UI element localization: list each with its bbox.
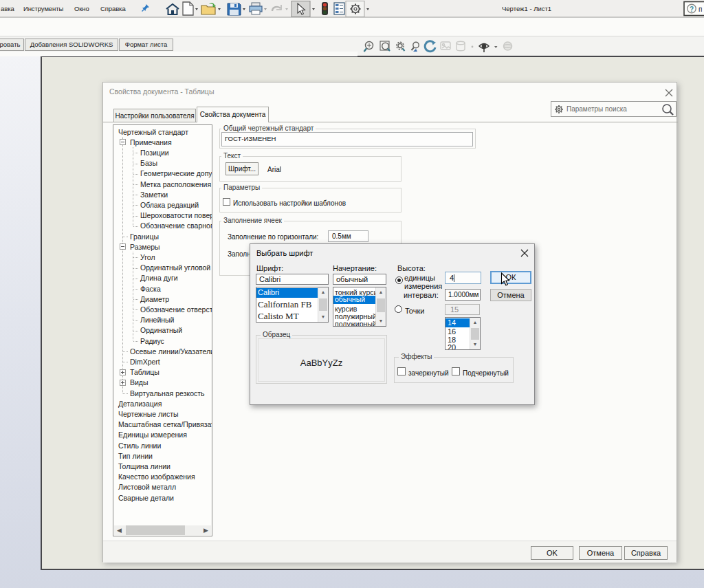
- svg-text:п: п: [698, 6, 702, 13]
- svg-text:?: ?: [690, 6, 694, 13]
